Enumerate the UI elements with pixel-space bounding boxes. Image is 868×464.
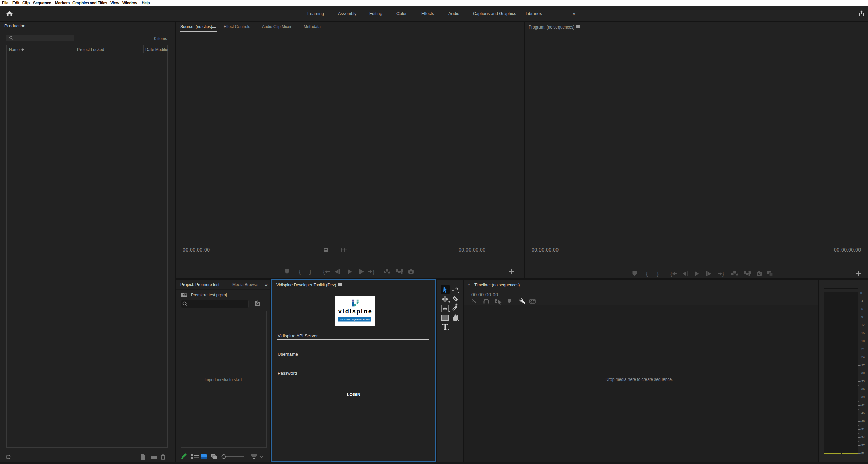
svg-text:{: { bbox=[646, 271, 648, 277]
svg-text:}: } bbox=[657, 271, 659, 277]
svg-text:{: { bbox=[323, 269, 325, 275]
svg-text:}: } bbox=[373, 269, 375, 275]
svg-text:}: } bbox=[309, 269, 312, 275]
svg-text:}: } bbox=[722, 271, 724, 277]
svg-text:{: { bbox=[670, 271, 672, 277]
svg-text:{: { bbox=[299, 269, 301, 275]
